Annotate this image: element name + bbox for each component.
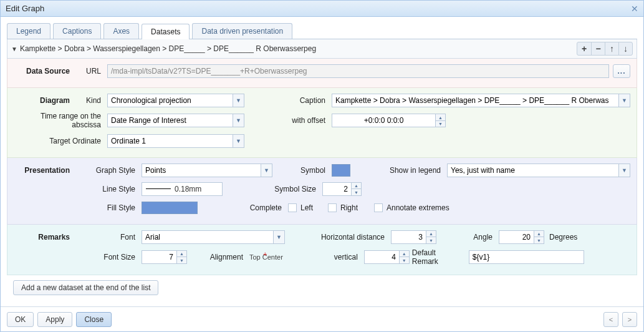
annotate-checkbox[interactable] [374,203,383,212]
apply-button[interactable]: Apply [37,312,72,327]
symbol-size-spinner[interactable]: ▲▼ [322,182,362,196]
range-combo[interactable]: ▼ [107,114,244,127]
label-graph-style: Graph Style [76,166,142,175]
label-target: Target Ordinate [14,137,107,145]
section-data-source: Data Source URL ... [7,59,637,88]
chevron-down-icon[interactable]: ▼ [233,114,244,127]
add-dataset-button[interactable]: Add a new dataset at the end of the list [13,280,158,295]
offset-spinner[interactable]: ▲▼ [332,114,446,127]
legend-combo[interactable]: ▼ [447,164,630,177]
label-default-remark: Default Remark [410,248,469,266]
label-angle: Angle [436,233,499,242]
section-presentation: Presentation Graph Style ▼ Symbol Show i… [7,158,637,225]
spin-up-icon[interactable]: ▲ [352,183,361,190]
close-icon[interactable]: ✕ [631,4,638,14]
label-show-legend: Show in legend [350,166,447,175]
spin-down-icon[interactable]: ▼ [436,121,445,127]
target-combo[interactable]: ▼ [107,134,244,148]
right-checkbox[interactable] [328,203,337,212]
move-down-icon[interactable]: ↓ [618,42,632,55]
label-range: Time range on the abscissa [14,112,107,130]
label-url: URL [76,67,107,76]
chevron-down-icon[interactable]: ▼ [233,94,244,107]
label-complete: Complete [198,203,288,212]
breadcrumb-bar: ▼ Kampkette > Dobra > Wasserspiegellagen… [7,39,637,59]
add-dataset-icon[interactable]: + [577,42,591,55]
section-remarks: Remarks Font ▼ Horizontal distance ▲▼ An… [7,225,637,275]
chevron-down-icon[interactable]: ▼ [618,94,630,107]
spin-down-icon[interactable]: ▼ [534,237,544,243]
graph-style-combo[interactable]: ▼ [142,164,272,177]
label-annotate: Annotate extremes [383,203,456,212]
label-alignment: Alignment [187,253,249,261]
label-left: Left [297,203,328,212]
collapse-icon[interactable]: ▼ [11,46,17,52]
spin-down-icon[interactable]: ▼ [352,189,361,195]
move-up-icon[interactable]: ↑ [605,42,618,55]
label-line-style: Line Style [76,185,142,193]
section-diagram: Diagram Kind ▼ Caption ▼ Time range on t… [7,88,637,158]
edit-graph-window: Edit Graph ✕ Legend Captions Axes Datase… [0,0,644,332]
chevron-down-icon[interactable]: ▼ [273,231,284,243]
kind-combo[interactable]: ▼ [107,94,244,107]
close-button[interactable]: Close [76,312,112,327]
label-offset: with offset [257,116,332,125]
label-symbol-size: Symbol Size [223,185,322,193]
vertical-spinner[interactable]: ▲▼ [364,250,410,264]
spin-up-icon[interactable]: ▲ [436,114,445,121]
tabs: Legend Captions Axes Datasets Data drive… [7,23,637,39]
url-field[interactable] [107,64,609,78]
section-label: Data Source [14,67,76,76]
breadcrumb: Kampkette > Dobra > Wasserspiegellagen >… [20,44,577,53]
label-kind: Kind [76,96,107,105]
chevron-down-icon[interactable]: ▼ [261,164,272,177]
spin-up-icon[interactable]: ▲ [400,251,409,258]
tab-axes[interactable]: Axes [103,23,139,39]
ok-button[interactable]: OK [7,312,34,327]
browse-button[interactable]: ... [613,64,630,78]
chevron-down-icon[interactable]: ▼ [618,164,630,177]
spin-down-icon[interactable]: ▼ [400,257,409,263]
left-checkbox[interactable] [288,203,297,212]
spin-up-icon[interactable]: ▲ [534,231,544,238]
label-caption: Caption [257,96,332,105]
label-font: Font [76,233,142,242]
window-title: Edit Graph [6,4,44,13]
label-font-size: Font Size [76,253,142,261]
chevron-down-icon[interactable]: ▼ [233,135,244,147]
alignment-picker[interactable]: +Top Center [249,253,283,261]
angle-spinner[interactable]: ▲▼ [499,230,544,244]
tab-legend[interactable]: Legend [7,23,50,39]
caption-combo[interactable]: ▼ [332,94,630,107]
label-right: Right [337,203,374,212]
font-size-spinner[interactable]: ▲▼ [142,250,187,264]
section-label: Diagram [14,96,76,105]
tab-captions[interactable]: Captions [53,23,101,39]
tab-ddp[interactable]: Data driven presentation [192,23,292,39]
label-fill-style: Fill Style [76,203,142,212]
footer: OK Apply Close < > [1,306,643,331]
font-combo[interactable]: ▼ [142,230,285,244]
titlebar: Edit Graph ✕ [1,1,643,17]
line-style-picker[interactable]: 0.18mm [142,182,223,196]
fill-swatch[interactable] [142,202,198,214]
label-hdist: Horizontal distance [285,233,391,242]
default-remark-field[interactable] [469,250,584,264]
spin-down-icon[interactable]: ▼ [426,237,436,243]
spin-up-icon[interactable]: ▲ [426,231,436,238]
label-vertical: vertical [283,253,364,261]
next-button[interactable]: > [622,312,637,327]
label-symbol: Symbol [272,166,332,175]
spin-up-icon[interactable]: ▲ [177,251,186,258]
symbol-swatch[interactable] [332,164,350,177]
section-label: Remarks [14,233,76,242]
hdist-spinner[interactable]: ▲▼ [391,230,436,244]
label-degrees: Degrees [544,233,584,242]
spin-down-icon[interactable]: ▼ [177,257,186,263]
remove-dataset-icon[interactable]: − [591,42,605,55]
prev-button[interactable]: < [603,312,618,327]
section-label: Presentation [14,166,76,175]
tab-datasets[interactable]: Datasets [142,24,190,39]
